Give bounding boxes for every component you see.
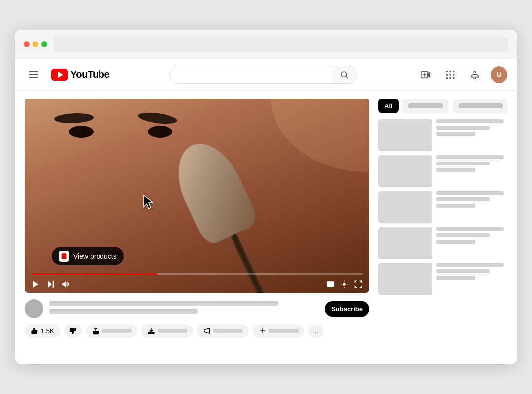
sidebar-title-line-2	[436, 197, 490, 201]
create-video-button[interactable]	[417, 66, 434, 84]
youtube-logo[interactable]: YouTube	[51, 69, 109, 81]
close-dot[interactable]	[24, 41, 30, 47]
settings-icon	[340, 280, 349, 289]
video-player[interactable]: View products ×	[25, 98, 369, 293]
share-icon	[92, 327, 100, 335]
sidebar-title-line-3	[436, 168, 475, 172]
avatar[interactable]: U	[491, 66, 507, 83]
svg-marker-3	[428, 71, 431, 78]
sidebar-thumbnail	[378, 119, 432, 151]
thumbs-up-icon	[31, 327, 38, 335]
view-products-label: View products	[73, 252, 117, 260]
filter-all-label: All	[384, 102, 393, 110]
sidebar-video-info	[436, 119, 507, 136]
filter-pill-1[interactable]	[402, 98, 449, 113]
filter-pill-all[interactable]: All	[378, 98, 399, 113]
sidebar-thumbnail	[378, 191, 432, 223]
save-icon	[259, 327, 266, 335]
list-item[interactable]	[378, 155, 507, 187]
filter-pill-1-label	[408, 103, 443, 108]
svg-point-0	[341, 72, 347, 77]
sidebar-thumbnail	[378, 227, 432, 259]
svg-rect-12	[446, 77, 448, 79]
browser-window: YouTube	[15, 30, 517, 364]
svg-rect-14	[453, 77, 454, 79]
share-text	[102, 329, 132, 333]
volume-icon	[61, 280, 70, 289]
svg-rect-18	[53, 281, 54, 288]
action-row: 1.5K	[25, 323, 369, 339]
sidebar-thumbnail	[378, 263, 432, 295]
play-button[interactable]	[31, 279, 41, 290]
list-item[interactable]	[378, 263, 507, 295]
view-products-button[interactable]: View products	[52, 247, 124, 265]
subscribe-button[interactable]: Subscribe	[325, 301, 369, 317]
fullscreen-button[interactable]	[353, 279, 364, 290]
next-button[interactable]	[45, 279, 56, 290]
sidebar-title-line-3	[436, 240, 475, 244]
play-icon	[32, 280, 40, 289]
sidebar-column: All	[378, 98, 507, 360]
main-content: View products ×	[15, 91, 517, 364]
clip-button[interactable]	[197, 324, 249, 338]
progress-bar-background	[32, 273, 363, 275]
sidebar-title-line-1	[436, 263, 504, 267]
svg-marker-19	[62, 281, 66, 287]
hamburger-line	[29, 74, 38, 75]
progress-bar-fill	[32, 273, 157, 275]
sidebar-video-info	[436, 155, 507, 172]
apps-button[interactable]	[441, 66, 459, 84]
list-item[interactable]	[378, 191, 507, 223]
search-input[interactable]	[170, 66, 332, 83]
cc-icon	[326, 280, 335, 289]
bag-icon	[61, 253, 67, 260]
download-button[interactable]	[141, 324, 193, 338]
download-text	[158, 329, 187, 333]
hamburger-menu-button[interactable]	[25, 66, 42, 84]
sidebar-title-line-2	[436, 126, 490, 130]
filter-pill-2[interactable]	[453, 98, 507, 113]
video-title-area	[49, 301, 319, 317]
like-count: 1.5K	[41, 328, 54, 335]
search-button[interactable]	[332, 66, 356, 83]
minimize-dot[interactable]	[33, 41, 38, 47]
search-area	[118, 66, 408, 84]
clip-text	[213, 329, 243, 333]
clip-icon	[203, 327, 211, 335]
sidebar-video-info	[436, 263, 507, 280]
save-button[interactable]	[253, 324, 304, 338]
list-item[interactable]	[378, 119, 507, 151]
maximize-dot[interactable]	[41, 41, 47, 47]
sidebar-title-line-2	[436, 233, 490, 237]
svg-marker-16	[33, 281, 39, 288]
like-button[interactable]: 1.5K	[25, 324, 60, 338]
share-button[interactable]	[86, 324, 137, 338]
more-button[interactable]: ...	[308, 325, 324, 338]
mute-button[interactable]	[60, 279, 71, 290]
address-bar[interactable]	[53, 37, 508, 52]
svg-rect-13	[449, 77, 451, 79]
search-icon	[340, 70, 349, 79]
sidebar-title-line-1	[436, 191, 504, 195]
sidebar-title-line-2	[436, 162, 490, 165]
progress-area[interactable]	[25, 273, 369, 275]
cc-button[interactable]	[325, 279, 336, 290]
dislike-button[interactable]	[64, 324, 82, 338]
svg-point-23	[343, 283, 346, 286]
settings-button[interactable]	[339, 279, 350, 290]
sidebar-title-line-3	[436, 204, 475, 208]
sidebar-title-line-1	[436, 227, 504, 231]
notifications-button[interactable]	[466, 66, 484, 84]
more-dots: ...	[313, 328, 319, 335]
controls-right	[325, 279, 364, 290]
next-icon	[46, 280, 55, 289]
sidebar-video-list	[378, 119, 507, 295]
video-title-line-1	[49, 301, 278, 306]
sidebar-title-line-2	[436, 269, 490, 273]
svg-rect-10	[449, 74, 451, 75]
svg-rect-9	[446, 74, 448, 75]
sidebar-title-line-1	[436, 119, 504, 123]
download-icon	[147, 327, 155, 335]
video-info-row: Subscribe	[25, 297, 369, 318]
list-item[interactable]	[378, 227, 507, 259]
